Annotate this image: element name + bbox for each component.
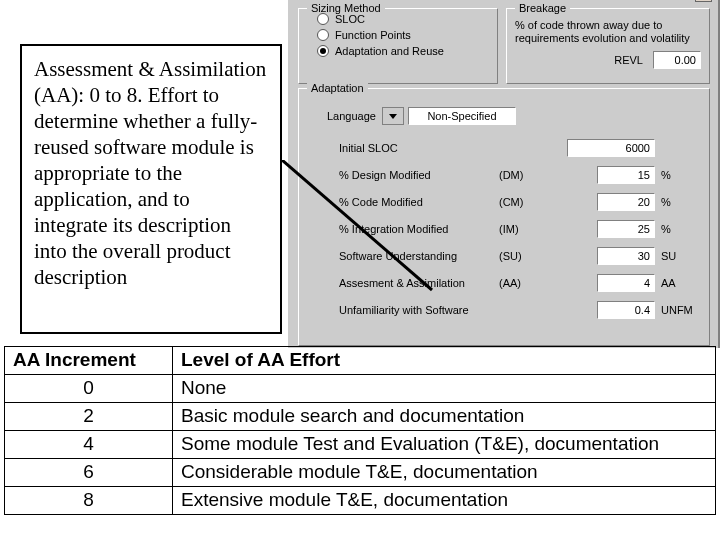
field-label: Unfamiliarity with Software [339,304,499,316]
table-row: 8 Extensive module T&E, documentation [5,487,716,515]
table-cell: 4 [5,431,173,459]
table-header: AA Increment [5,347,173,375]
field-label: % Design Modified [339,169,499,181]
sizing-method-title: Sizing Method [307,2,385,14]
field-label: % Code Modified [339,196,499,208]
adaptation-title: Adaptation [307,82,368,94]
field-code: (CM) [499,196,539,208]
field-unit: UNFM [661,304,701,316]
aa-increment-table: AA Increment Level of AA Effort 0 None 2… [4,346,716,515]
table-row: 6 Considerable module T&E, documentation [5,459,716,487]
initial-sloc-input[interactable]: 6000 [567,139,655,157]
breakage-desc: % of code thrown away due to requirement… [515,19,705,45]
radio-label: Adaptation and Reuse [335,45,444,57]
field-code: (AA) [499,277,539,289]
revl-input[interactable]: 0.00 [653,51,701,69]
field-code: (SU) [499,250,539,262]
aa-callout: Assessment & Assimilation (AA): 0 to 8. … [20,44,282,334]
radio-adaptation-reuse[interactable]: Adaptation and Reuse [317,45,497,57]
field-unit: % [661,169,701,181]
row-dm: % Design Modified (DM) 15 % [339,166,701,184]
language-dropdown[interactable] [382,107,404,125]
field-unit: % [661,196,701,208]
chevron-down-icon [389,114,397,119]
im-input[interactable]: 25 [597,220,655,238]
table-header-row: AA Increment Level of AA Effort [5,347,716,375]
table-cell: Some module Test and Evaluation (T&E), d… [173,431,716,459]
table-cell: 0 [5,375,173,403]
field-unit: AA [661,277,701,289]
table-cell: 2 [5,403,173,431]
field-unit: SU [661,250,701,262]
unfm-input[interactable]: 0.4 [597,301,655,319]
table-row: 4 Some module Test and Evaluation (T&E),… [5,431,716,459]
close-icon[interactable]: ✕ [695,0,712,2]
field-label: Software Understanding [339,250,499,262]
table-cell: None [173,375,716,403]
field-unit: % [661,223,701,235]
radio-label: Function Points [335,29,411,41]
field-code: (IM) [499,223,539,235]
row-aa: Assesment & Assimilation (AA) 4 AA [339,274,701,292]
radio-icon [317,29,329,41]
row-su: Software Understanding (SU) 30 SU [339,247,701,265]
su-input[interactable]: 30 [597,247,655,265]
cm-input[interactable]: 20 [597,193,655,211]
table-cell: Basic module search and documentation [173,403,716,431]
language-label: Language [327,110,376,122]
row-initial-sloc: Initial SLOC 6000 [339,139,701,157]
table-cell: 6 [5,459,173,487]
radio-function-points[interactable]: Function Points [317,29,497,41]
revl-label: REVL [614,54,643,66]
table-row: 2 Basic module search and documentation [5,403,716,431]
field-label: % Integration Modified [339,223,499,235]
radio-label: SLOC [335,13,365,25]
radio-icon [317,45,329,57]
table-cell: Extensive module T&E, documentation [173,487,716,515]
field-label: Assesment & Assimilation [339,277,499,289]
table-cell: 8 [5,487,173,515]
radio-sloc[interactable]: SLOC [317,13,497,25]
breakage-group: Breakage % of code thrown away due to re… [506,8,710,84]
callout-text: Assessment & Assimilation (AA): 0 to 8. … [34,57,266,289]
table-cell: Considerable module T&E, documentation [173,459,716,487]
row-im: % Integration Modified (IM) 25 % [339,220,701,238]
adaptation-group: Adaptation Language Non-Specified Initia… [298,88,710,346]
table-row: 0 None [5,375,716,403]
aa-input[interactable]: 4 [597,274,655,292]
row-unfm: Unfamiliarity with Software 0.4 UNFM [339,301,701,319]
field-code: (DM) [499,169,539,181]
breakage-title: Breakage [515,2,570,14]
row-cm: % Code Modified (CM) 20 % [339,193,701,211]
field-label: Initial SLOC [339,142,499,154]
dialog-panel: ✕ Sizing Method SLOC Function Points Ada… [288,0,720,348]
language-value[interactable]: Non-Specified [408,107,516,125]
table-header: Level of AA Effort [173,347,716,375]
dm-input[interactable]: 15 [597,166,655,184]
radio-icon [317,13,329,25]
sizing-method-group: Sizing Method SLOC Function Points Adapt… [298,8,498,84]
